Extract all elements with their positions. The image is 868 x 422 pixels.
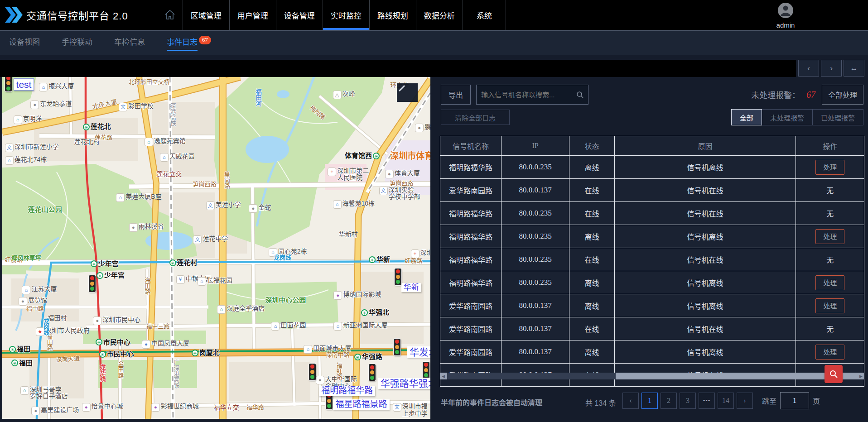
metro-icon: ✳ bbox=[91, 260, 97, 267]
handle-button[interactable]: 处理 bbox=[815, 275, 844, 290]
horizontal-scrollbar[interactable]: ◀ ▶ bbox=[440, 373, 864, 379]
map-poi-label: 文美莲小学 bbox=[206, 201, 241, 210]
page-ellipsis[interactable]: ••• bbox=[699, 393, 715, 409]
reason-cell: 信号机在线 bbox=[614, 248, 796, 271]
ip-cell: 80.0.0.137 bbox=[501, 340, 569, 364]
poi-icon: ● bbox=[249, 204, 257, 213]
nav-item-数据分析[interactable]: 数据分析 bbox=[416, 0, 463, 30]
signal-label[interactable]: 福星路福景路 bbox=[333, 399, 389, 410]
tab-手控联动[interactable]: 手控联动 bbox=[62, 36, 92, 51]
status-cell: 离线 bbox=[569, 156, 614, 179]
map-poi-label: ⌂新亚洲国际大厦 bbox=[333, 322, 387, 331]
traffic-light-icon[interactable] bbox=[394, 339, 400, 355]
map-metro-label: 龙岗线 bbox=[43, 318, 49, 336]
handle-button[interactable]: 处理 bbox=[815, 345, 844, 360]
jump-page-input[interactable] bbox=[780, 392, 809, 409]
traffic-light-icon[interactable] bbox=[89, 275, 96, 292]
pagination: ‹123•••14›跳至页 bbox=[622, 392, 820, 409]
map-edit-button[interactable] bbox=[397, 83, 418, 102]
page-button-3[interactable]: 3 bbox=[680, 393, 696, 409]
signal-label[interactable]: 华发北 bbox=[407, 346, 430, 358]
clear-logs-button[interactable]: 清除全部日志 bbox=[441, 110, 510, 125]
traffic-light-icon[interactable] bbox=[395, 269, 401, 285]
station-text: 莲花北 bbox=[91, 123, 111, 131]
user-menu[interactable]: admin bbox=[772, 2, 799, 29]
station-text: 市民中心 bbox=[107, 350, 134, 358]
collapse-right-button[interactable]: › bbox=[821, 60, 842, 77]
poi-text: 田面城市大厦 bbox=[313, 345, 351, 352]
map-orange-label: 深圳市体育馆 bbox=[390, 152, 430, 161]
filter-全部[interactable]: 全部 bbox=[731, 109, 762, 125]
map-view[interactable]: test华新华发北华强路华强北福明路福华路福星路福景路✳莲花北✳莲花村✳少年宫✳… bbox=[2, 77, 430, 419]
poi-text: 深圳市保健院 bbox=[420, 249, 430, 256]
page-button-1[interactable]: 1 bbox=[641, 393, 658, 409]
map-poi-label: 文深圳市福 上步中学 bbox=[393, 403, 428, 417]
traffic-light-icon[interactable] bbox=[5, 77, 12, 91]
handle-all-button[interactable]: 全部处理 bbox=[822, 85, 863, 105]
handle-button[interactable]: 处理 bbox=[815, 229, 844, 244]
scroll-right-icon[interactable]: ▶ bbox=[858, 373, 864, 379]
poi-icon: ● bbox=[31, 407, 40, 415]
poi-text: 天威花园 bbox=[169, 153, 195, 160]
nav-item-用户管理[interactable]: 用户管理 bbox=[229, 0, 276, 30]
status-cell: 离线 bbox=[569, 271, 614, 294]
map-park-label: 莲花山公园 bbox=[28, 206, 62, 214]
handle-button[interactable]: 处理 bbox=[815, 298, 844, 313]
metro-station-label: ✳莲花村 bbox=[169, 259, 198, 267]
map-road-label: 金田路 bbox=[117, 361, 123, 379]
metro-station-label: ✳市民中心 bbox=[99, 350, 134, 358]
poi-text: 嘉里建设广场 bbox=[41, 407, 79, 413]
filter-未处理报警[interactable]: 未处理报警 bbox=[762, 109, 813, 125]
expand-button[interactable]: ↔ bbox=[844, 60, 864, 77]
reason-cell: 信号机离线 bbox=[614, 225, 796, 248]
metro-station-label: ✳岗厦北 bbox=[192, 349, 220, 357]
metro-icon: ✳ bbox=[96, 339, 102, 345]
page-button-14[interactable]: 14 bbox=[718, 393, 734, 409]
nav-item-实时监控[interactable]: 实时监控 bbox=[323, 0, 369, 30]
tab-设备视图[interactable]: 设备视图 bbox=[9, 36, 40, 51]
poi-text: 展览馆 bbox=[28, 297, 47, 304]
poi-icon: ⌂ bbox=[20, 386, 29, 395]
nav-item-区域管理[interactable]: 区域管理 bbox=[183, 0, 229, 30]
page-button-2[interactable]: 2 bbox=[661, 393, 677, 409]
tab-事件日志[interactable]: 事件日志67 bbox=[167, 36, 211, 51]
signal-label[interactable]: 华强路华强北 bbox=[378, 378, 430, 389]
search-icon[interactable] bbox=[576, 91, 583, 98]
poi-text: 金蛇 bbox=[258, 204, 271, 211]
poi-icon: ● bbox=[142, 340, 150, 349]
filter-已处理报警[interactable]: 已处理报警 bbox=[813, 109, 863, 125]
home-icon[interactable] bbox=[157, 0, 183, 30]
collapse-left-button[interactable]: ‹ bbox=[798, 60, 819, 77]
page-prev-button[interactable]: ‹ bbox=[622, 393, 639, 409]
traffic-light-icon[interactable] bbox=[369, 364, 376, 381]
column-header-状态: 状态 bbox=[569, 136, 614, 156]
page-next-button[interactable]: › bbox=[737, 393, 753, 409]
signal-label[interactable]: 华新 bbox=[401, 283, 421, 293]
nav-item-设备管理[interactable]: 设备管理 bbox=[276, 0, 323, 30]
poi-text: 深圳市第二 人民医院 bbox=[337, 168, 369, 182]
reason-cell: 信号机离线 bbox=[614, 271, 796, 294]
nav-item-系统[interactable]: 系统 bbox=[463, 0, 506, 30]
map-poi-label: ⌂逸庭苑宾馆 bbox=[145, 138, 186, 146]
station-text: 福田 bbox=[17, 345, 30, 353]
jump-label: 跳至 bbox=[762, 395, 776, 406]
traffic-light-icon[interactable] bbox=[423, 362, 429, 379]
poi-text: 深圳实验 学校中学部 bbox=[389, 187, 420, 201]
search-input[interactable] bbox=[477, 91, 576, 99]
map-poi-label: ●博纳国际影城 bbox=[333, 291, 381, 300]
signal-label[interactable]: test bbox=[14, 78, 34, 91]
scrollbar-thumb[interactable] bbox=[447, 373, 616, 379]
traffic-light-icon[interactable] bbox=[309, 364, 316, 380]
metro-icon: ✳ bbox=[192, 350, 198, 356]
export-button[interactable]: 导出 bbox=[441, 85, 471, 105]
scroll-left-icon[interactable]: ◀ bbox=[440, 373, 447, 379]
map-poi-label: 文莲花中学 bbox=[193, 235, 228, 244]
table-zoom-button[interactable] bbox=[825, 365, 843, 383]
main-nav: 区域管理用户管理设备管理实时监控路线规划数据分析系统 bbox=[183, 0, 506, 30]
tab-车检信息[interactable]: 车检信息 bbox=[114, 36, 145, 51]
signal-label[interactable]: 福明路福华路 bbox=[319, 386, 375, 396]
signal-name-cell: 福明路福华路 bbox=[440, 156, 502, 179]
handle-button[interactable]: 处理 bbox=[815, 160, 844, 175]
nav-item-路线规划[interactable]: 路线规划 bbox=[369, 0, 416, 30]
sub-tab-bar: 设备视图手控联动车检信息事件日志67 bbox=[0, 30, 868, 55]
